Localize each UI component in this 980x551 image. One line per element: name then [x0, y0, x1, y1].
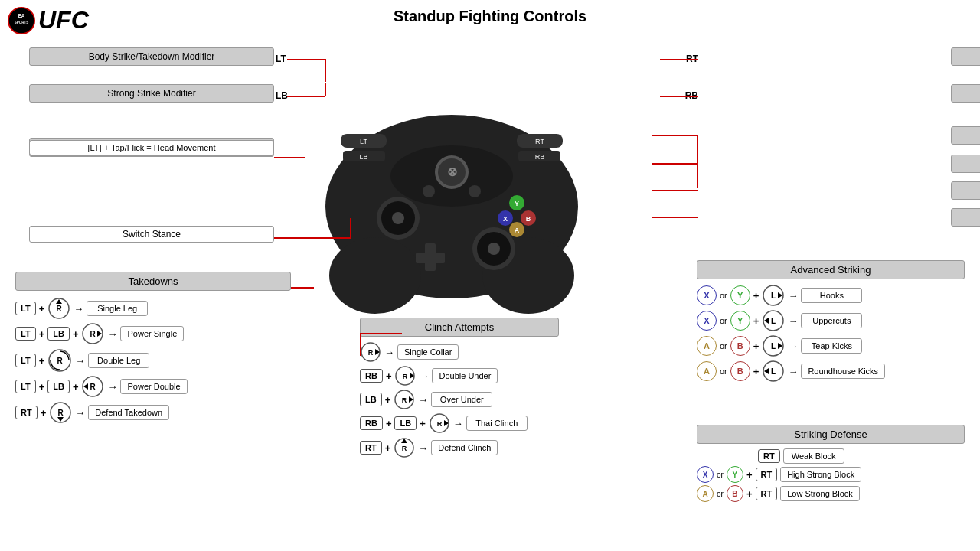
svg-text:R: R	[402, 396, 407, 404]
r-stick-clinch4: R	[429, 412, 450, 434]
b-btn-lsb: B	[727, 485, 743, 502]
switch-stance-line	[274, 237, 351, 239]
uppercuts-result: Uppercuts	[801, 313, 862, 328]
defend-takedown-result: Defend Takedown	[88, 405, 169, 420]
lt-label: LT	[276, 54, 286, 64]
high-strong-result: High Strong Block	[780, 467, 861, 482]
svg-text:Y: Y	[514, 200, 519, 207]
r-stick-clinch1: R	[360, 341, 381, 363]
svg-text:R: R	[58, 409, 64, 417]
svg-text:X: X	[503, 215, 508, 223]
svg-text:EA: EA	[18, 12, 25, 18]
rt-btn-defend: RT	[15, 406, 38, 419]
y-btn-uc: Y	[730, 311, 750, 331]
svg-point-4	[329, 237, 421, 314]
rt-btn-dc: RT	[360, 441, 382, 455]
double-leg-result: Double Leg	[88, 353, 149, 368]
y-btn-hooks: Y	[730, 285, 750, 305]
r-stick-rotate: R	[47, 348, 72, 373]
svg-point-15	[488, 243, 500, 255]
svg-text:LB: LB	[359, 153, 368, 161]
page-title: Standup Fighting Controls	[0, 0, 980, 29]
l-stick-hooks: L	[762, 284, 785, 307]
svg-text:R: R	[57, 357, 64, 365]
svg-text:RB: RB	[535, 153, 545, 161]
controller-svg: ⊗ Y B X A LT LB RT RB	[299, 77, 605, 314]
svg-text:B: B	[526, 215, 531, 223]
rb-btn-tc: RB	[360, 416, 383, 430]
svg-text:R: R	[90, 330, 96, 338]
a-btn-rk: A	[697, 361, 717, 381]
l-stick-uc: L	[762, 309, 785, 332]
lb-label: LB	[276, 90, 288, 101]
lb-btn-tc: LB	[394, 416, 416, 430]
rt-btn-lsb: RT	[756, 487, 778, 500]
x-btn-uc: X	[697, 311, 717, 331]
svg-text:R: R	[437, 420, 443, 428]
rt-btn-wb: RT	[758, 449, 780, 463]
svg-text:R: R	[90, 383, 96, 391]
abxy-vline	[652, 135, 653, 217]
lt-btn-power: LT	[15, 327, 36, 341]
striking-defense-section: Striking Defense RT Weak Block X or Y + …	[697, 425, 965, 504]
low-strong-result: Low Strong Block	[780, 486, 860, 501]
svg-text:SPORTS: SPORTS	[15, 20, 29, 24]
thai-clinch-result: Thai Clinch	[466, 416, 528, 431]
a-btn-tk: A	[697, 336, 717, 356]
clinch-section: Clinch Attempts R → Single Collar RB + R…	[360, 318, 559, 461]
svg-text:R: R	[402, 445, 407, 452]
svg-text:L: L	[771, 367, 776, 376]
logo: EA SPORTS UFC	[8, 6, 89, 34]
takedowns-section: Takedowns LT + R → Single Leg LT + LB + …	[15, 272, 291, 426]
r-stick-up: R	[47, 297, 70, 320]
r-stick-right: R	[81, 322, 104, 345]
switch-stance-vline	[350, 218, 351, 238]
single-collar-result: Single Collar	[397, 344, 459, 360]
double-under-result: Double Under	[432, 368, 498, 383]
lt-line	[287, 59, 325, 60]
clinch-line-v	[360, 333, 361, 356]
fighter-movement-line	[274, 157, 305, 158]
teap-kicks-result: Teap Kicks	[801, 338, 862, 354]
svg-rect-17	[416, 253, 445, 263]
over-under-result: Over Under	[431, 392, 492, 407]
r-stick-clinch5: R	[394, 437, 415, 458]
svg-point-12	[392, 212, 404, 224]
b-btn-rk: B	[730, 361, 750, 381]
defend-clinch-result: Defend Clinch	[431, 440, 498, 455]
roundhouse-result: Roundhouse Kicks	[801, 364, 885, 379]
hooks-result: Hooks	[801, 288, 862, 303]
svg-text:A: A	[514, 227, 520, 234]
b-line	[652, 163, 698, 165]
rt-line	[660, 59, 698, 60]
x-btn-hsb: X	[697, 466, 714, 483]
lt-btn-single: LT	[15, 302, 36, 315]
x-line	[652, 190, 698, 191]
svg-text:R: R	[57, 305, 63, 313]
controller-image: ⊗ Y B X A LT LB RT RB	[299, 77, 605, 316]
weak-block-result: Weak Block	[783, 448, 844, 464]
svg-text:L: L	[771, 317, 776, 325]
x-btn-hooks: X	[697, 285, 717, 305]
r-stick-clinch2: R	[394, 365, 416, 386]
rb-btn-du: RB	[360, 369, 383, 383]
y-btn-hsb: Y	[727, 466, 743, 483]
svg-text:R: R	[368, 349, 374, 357]
b-btn-tk: B	[730, 336, 750, 356]
svg-point-19	[469, 185, 481, 197]
clinch-line-h	[360, 333, 402, 334]
a-btn-lsb: A	[697, 485, 714, 502]
r-stick-clinch3: R	[394, 389, 415, 410]
svg-text:⊗: ⊗	[447, 165, 457, 178]
r-stick-left: R	[81, 375, 104, 398]
y-line	[652, 135, 698, 136]
l-stick-rk: L	[762, 360, 785, 383]
single-leg-result: Single Leg	[87, 301, 148, 316]
svg-text:L: L	[771, 292, 776, 300]
svg-point-18	[423, 185, 435, 197]
a-line	[652, 217, 698, 218]
lb-btn-ou: LB	[360, 393, 382, 406]
power-double-result: Power Double	[120, 379, 187, 394]
rb-line	[660, 96, 698, 97]
lb-line	[287, 96, 325, 97]
